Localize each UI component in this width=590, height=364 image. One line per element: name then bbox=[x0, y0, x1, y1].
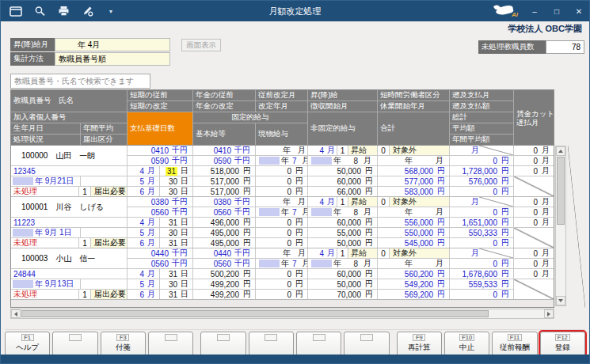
employee-info-cell[interactable]: 100003 小山 信一 24844 年 9月13日 未処理 1 届出必要 bbox=[11, 248, 127, 299]
cell-total[interactable]: 550,000円 bbox=[378, 228, 449, 237]
cell-total[interactable]: 556,000円 bbox=[378, 218, 449, 227]
cell-average[interactable]: 550,333円 bbox=[450, 228, 513, 237]
print-icon[interactable] bbox=[56, 5, 70, 17]
cell-annual-average[interactable]: 0円 bbox=[450, 238, 513, 248]
cell-raise[interactable]: 4月 1 昇給 bbox=[308, 197, 377, 207]
status-cell[interactable]: 未処理 1 届出必要 bbox=[11, 289, 127, 299]
cell-grand-total[interactable]: 1,651,000円 bbox=[450, 218, 513, 227]
cell-in-kind-pay[interactable]: 0円 bbox=[256, 238, 307, 248]
cell-total[interactable]: 549,200円 bbox=[378, 279, 449, 289]
pen-memo-icon[interactable] bbox=[80, 5, 94, 17]
cell-total[interactable]: 577,000円 bbox=[378, 176, 449, 186]
cell-non-fixed-pay[interactable]: 60,000円 bbox=[308, 176, 377, 186]
cell-wage-cut-month[interactable]: 0月 bbox=[514, 207, 554, 217]
cell-base-days[interactable]: 5月 30日 bbox=[128, 228, 192, 237]
cell-base-pay[interactable]: 495,000円 bbox=[193, 228, 255, 237]
cell-in-kind-pay[interactable]: 0円 bbox=[256, 166, 307, 176]
employee-info-cell[interactable]: 100000 山田 一朗 12345 年 9月21日 未処理 1 届出必要 bbox=[11, 146, 127, 196]
cell-total[interactable]: 569,200円 bbox=[378, 290, 449, 299]
employee-info-cell[interactable]: 100001 川谷 しげる 11223 年 9月 1日 未処理 1 届出必要 bbox=[11, 197, 127, 248]
cell-pension-before[interactable]: 0380千円 bbox=[193, 197, 255, 207]
cell-collect-start-month[interactable]: 年 8 月 bbox=[308, 207, 377, 217]
birth-date-cell[interactable]: 年 9月13日 bbox=[11, 279, 127, 289]
cell-pension-before[interactable]: 0440千円 bbox=[193, 248, 255, 258]
cell-wage-cut-month[interactable]: 0月 bbox=[514, 166, 554, 176]
fkey-F1-button[interactable]: F1 ヘルプ bbox=[5, 332, 50, 356]
cell-annual-average[interactable]: 0円 bbox=[450, 187, 513, 196]
cell-non-fixed-pay[interactable]: 55,000円 bbox=[308, 228, 377, 237]
cell-total[interactable]: 583,000円 bbox=[378, 187, 449, 196]
cell-base-pay[interactable]: 518,000円 bbox=[193, 166, 255, 176]
cell-wage-cut-month[interactable]: 0月 bbox=[514, 218, 554, 227]
fkey-F11-button[interactable]: F11 従前報酬 bbox=[492, 332, 537, 356]
cell-base-days[interactable]: 6月 31日 bbox=[128, 290, 192, 299]
cell-in-kind-pay[interactable]: 0円 bbox=[256, 279, 307, 289]
fkey-F12-button[interactable]: F12 登録 bbox=[540, 332, 585, 356]
scroll-up-button[interactable] bbox=[556, 146, 565, 156]
birth-date-cell[interactable]: 年 9月 1日 bbox=[11, 227, 127, 237]
cell-pension-before[interactable]: 0410千円 bbox=[193, 146, 255, 155]
cell-non-fixed-pay[interactable]: 60,000円 bbox=[308, 218, 377, 227]
cell-base-pay[interactable]: 496,000円 bbox=[193, 218, 255, 227]
cell-pension-after[interactable]: 0590千円 bbox=[193, 156, 255, 165]
fkey-F2-button[interactable] bbox=[52, 332, 97, 356]
fkey-F4-button[interactable] bbox=[148, 332, 193, 356]
birth-date-cell[interactable]: 年 9月21日 bbox=[11, 176, 127, 186]
app-window-icon[interactable] bbox=[9, 5, 23, 17]
cell-wage-cut-month[interactable]: 0月 bbox=[514, 197, 554, 207]
cell-revision-month[interactable]: 年 7 月 bbox=[256, 207, 307, 217]
vertical-scroll-thumb[interactable] bbox=[557, 157, 565, 225]
cell-collect-start-month[interactable]: 年 8 月 bbox=[308, 259, 377, 268]
cell-base-days[interactable]: 6月 31日 bbox=[128, 238, 192, 248]
cell-base-days[interactable]: 6月 30日 bbox=[128, 187, 192, 196]
cell-retro-pay-month[interactable]: 月 bbox=[450, 146, 513, 155]
cell-retro-pay-amount[interactable]: 0円 bbox=[450, 259, 513, 268]
employee-code-name[interactable]: 100003 小山 信一 bbox=[11, 248, 127, 268]
cell-in-kind-pay[interactable]: 0円 bbox=[256, 228, 307, 237]
cell-non-fixed-pay[interactable]: 50,000円 bbox=[308, 279, 377, 289]
screen-display-button[interactable]: 画面表示 bbox=[181, 39, 221, 51]
cell-tanki-after[interactable]: 0560千円 bbox=[128, 207, 192, 217]
cell-average[interactable]: 559,533円 bbox=[450, 279, 513, 289]
cell-non-fixed-pay[interactable]: 66,000円 bbox=[308, 187, 377, 196]
cell-prev-revision-month[interactable]: 年 月 bbox=[256, 197, 307, 207]
cell-leave-start[interactable]: 年 月 bbox=[378, 207, 449, 217]
fkey-F7-button[interactable] bbox=[296, 332, 341, 356]
cell-non-fixed-pay[interactable]: 50,000円 bbox=[308, 166, 377, 176]
cell-base-days[interactable]: 5月 30日 bbox=[128, 279, 192, 289]
cell-raise[interactable]: 4月 1 昇給 bbox=[308, 248, 377, 258]
cell-base-pay[interactable]: 517,000円 bbox=[193, 176, 255, 186]
vertical-scrollbar[interactable] bbox=[555, 146, 566, 306]
search-zoom-icon[interactable] bbox=[32, 5, 47, 17]
cell-total[interactable]: 568,000円 bbox=[378, 166, 449, 176]
cell-prev-revision-month[interactable]: 年 月 bbox=[256, 248, 307, 258]
cell-base-pay[interactable]: 500,200円 bbox=[193, 269, 255, 279]
raise-month-field[interactable]: 年 4月 bbox=[55, 38, 170, 51]
cell-grand-total[interactable]: 1,678,600円 bbox=[450, 269, 513, 279]
close-button[interactable]: ✕ bbox=[573, 7, 584, 16]
member-number-cell[interactable]: 24844 bbox=[11, 268, 127, 279]
scroll-right-button[interactable] bbox=[544, 309, 554, 318]
method-field[interactable]: 教職員番号順 bbox=[55, 52, 170, 66]
member-number-cell[interactable]: 12345 bbox=[11, 165, 127, 176]
cell-wage-cut-month[interactable]: 0月 bbox=[514, 156, 554, 165]
cell-in-kind-pay[interactable]: 0円 bbox=[256, 176, 307, 186]
cell-collect-start-month[interactable]: 年 8 月 bbox=[308, 156, 377, 165]
fkey-F5-button[interactable] bbox=[200, 332, 246, 356]
cell-retro-pay-month[interactable]: 月 bbox=[450, 248, 513, 258]
cell-in-kind-pay[interactable]: 0円 bbox=[256, 269, 307, 279]
cell-base-pay[interactable]: 499,200円 bbox=[193, 279, 255, 289]
cell-revision-month[interactable]: 年 7 月 bbox=[256, 259, 307, 268]
scroll-down-button[interactable] bbox=[556, 296, 565, 305]
cell-total[interactable]: 560,200円 bbox=[378, 269, 449, 279]
cell-retro-pay-amount[interactable]: 0円 bbox=[450, 156, 513, 165]
cell-tanki-after[interactable]: 0560千円 bbox=[128, 259, 192, 268]
cell-tanki-before[interactable]: 0440千円 bbox=[128, 248, 192, 258]
scroll-left-button[interactable] bbox=[11, 309, 21, 318]
cell-base-pay[interactable]: 499,200円 bbox=[193, 290, 255, 299]
cell-base-days[interactable]: 5月 30日 bbox=[128, 176, 192, 186]
cell-annual-average[interactable]: 0円 bbox=[450, 290, 513, 299]
cell-non-fixed-pay[interactable]: 60,000円 bbox=[308, 269, 377, 279]
minimize-button[interactable]: – bbox=[529, 7, 540, 16]
fkey-F9-button[interactable]: F9 再計算 bbox=[397, 332, 442, 356]
